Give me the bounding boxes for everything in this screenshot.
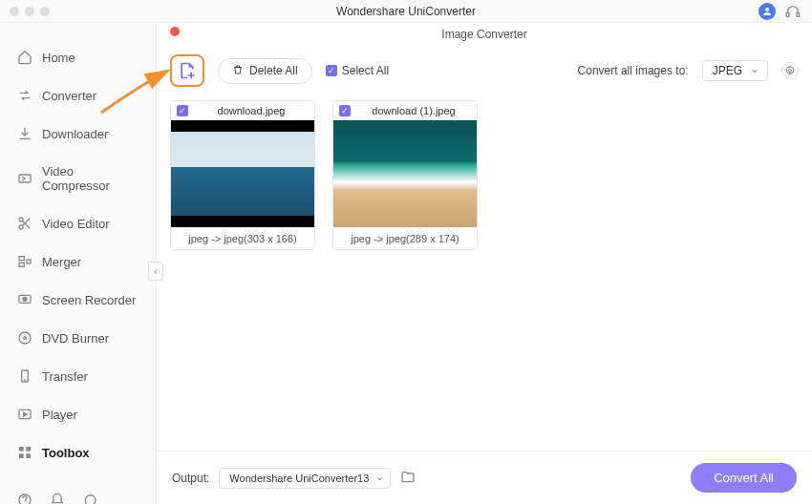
converter-icon [17,88,32,103]
file-add-icon [178,61,197,80]
svg-rect-1 [786,12,789,16]
support-icon[interactable] [785,4,801,19]
sidebar-item-merger[interactable]: Merger [0,246,156,277]
sidebar-item-label: Merger [42,255,81,269]
convert-to-label: Convert all images to: [578,64,689,77]
image-card[interactable]: ✓ download (1).jpeg jpeg -> jpeg(289 x 1… [332,100,478,250]
sidebar-item-dvd-burner[interactable]: DVD Burner [0,323,156,353]
svg-rect-7 [19,262,24,266]
format-settings-button[interactable] [781,62,799,79]
maximize-window-icon[interactable] [40,7,50,16]
title-bar: Wondershare UniConverter [0,0,812,23]
item-checkbox[interactable]: ✓ [177,105,188,116]
svg-rect-8 [27,260,31,263]
download-icon [17,126,32,141]
sidebar-item-player[interactable]: Player [0,399,156,430]
output-label: Output: [172,472,209,485]
content-panel: ‹ Image Converter Delete All ✓ Select Al… [157,23,812,504]
compress-icon [17,171,32,186]
svg-rect-17 [19,453,24,458]
sidebar-item-label: Downloader [42,127,108,141]
sidebar-footer [0,475,156,504]
title-actions [759,3,801,20]
sidebar-item-video-editor[interactable]: Video Editor [0,208,156,239]
svg-rect-16 [26,447,31,452]
play-icon [17,407,32,422]
svg-point-4 [19,218,23,221]
home-icon [17,50,32,65]
toolbar: Delete All ✓ Select All Convert all imag… [157,49,812,100]
trash-icon [232,64,244,78]
select-all-checkbox[interactable]: ✓ Select All [326,64,389,77]
image-filename: download (1).jpeg [356,105,471,116]
image-filename: download.jpeg [194,105,309,116]
svg-point-20 [789,70,792,73]
checkbox-checked-icon: ✓ [326,65,337,76]
select-all-label: Select All [342,64,389,77]
output-path-select[interactable]: Wondershare UniConverter13 [219,468,391,489]
transfer-icon [17,368,32,384]
sidebar-item-label: Home [42,51,75,65]
output-format-select[interactable]: JPEG [702,60,768,81]
user-avatar-icon[interactable] [759,3,776,20]
toolbox-icon [17,445,32,460]
sidebar-item-screen-recorder[interactable]: Screen Recorder [0,284,156,315]
image-card[interactable]: ✓ download.jpeg jpeg -> jpeg(303 x 166) [170,100,315,250]
sidebar-item-transfer[interactable]: Transfer [0,361,156,391]
convert-all-button[interactable]: Convert All [691,463,797,493]
sidebar-item-downloader[interactable]: Downloader [0,118,156,149]
svg-point-11 [19,332,31,344]
panel-header: Image Converter [157,23,812,49]
sidebar-item-label: Player [42,408,77,422]
image-grid: ✓ download.jpeg jpeg -> jpeg(303 x 166) … [157,100,812,451]
bell-icon[interactable] [50,493,65,504]
sidebar-item-label: Screen Recorder [42,293,136,307]
card-header: ✓ download.jpeg [171,101,314,120]
svg-rect-2 [797,12,800,16]
conversion-info: jpeg -> jpeg(303 x 166) [171,227,314,249]
sidebar-item-label: Transfer [42,369,88,384]
sidebar-item-video-compressor[interactable]: Video Compressor [0,157,156,200]
svg-point-12 [24,337,27,340]
format-value: JPEG [713,64,742,77]
sidebar-item-label: Video Editor [42,217,110,231]
add-file-button[interactable] [170,54,204,87]
sidebar-item-label: DVD Burner [42,331,109,346]
feedback-icon[interactable] [82,493,97,504]
open-folder-button[interactable] [400,470,417,487]
delete-all-label: Delete All [249,64,298,77]
sidebar-item-label: Toolbox [42,446,90,460]
app-title: Wondershare UniConverter [336,5,476,18]
svg-point-0 [765,8,769,11]
close-window-icon[interactable] [10,7,19,16]
delete-all-button[interactable]: Delete All [218,58,312,84]
image-thumbnail[interactable] [171,120,314,227]
svg-rect-15 [19,447,24,452]
svg-rect-18 [26,453,31,458]
panel-close-icon[interactable] [170,27,180,36]
item-checkbox[interactable]: ✓ [339,105,351,116]
sidebar: Home Converter Downloader Video Compress… [0,23,157,504]
disc-icon [17,330,32,346]
svg-point-5 [19,225,23,229]
sidebar-item-label: Video Compressor [42,164,139,193]
sidebar-item-label: Converter [42,89,96,103]
record-icon [17,292,32,307]
sidebar-collapse-toggle[interactable]: ‹ [148,262,163,281]
bottom-bar: Output: Wondershare UniConverter13 Conve… [157,451,812,504]
help-icon[interactable] [17,493,32,504]
sidebar-item-home[interactable]: Home [0,42,156,73]
scissors-icon [17,216,32,231]
svg-rect-6 [19,257,24,261]
conversion-info: jpeg -> jpeg(289 x 174) [333,227,477,249]
card-header: ✓ download (1).jpeg [333,101,477,120]
panel-title: Image Converter [441,28,526,41]
window-controls[interactable] [10,7,50,16]
sidebar-item-converter[interactable]: Converter [0,80,156,111]
minimize-window-icon[interactable] [25,7,34,16]
image-thumbnail[interactable] [333,120,477,227]
main-layout: Home Converter Downloader Video Compress… [0,23,812,504]
sidebar-item-toolbox[interactable]: Toolbox [0,437,156,468]
output-path-value: Wondershare UniConverter13 [229,472,369,484]
svg-point-10 [23,297,27,301]
